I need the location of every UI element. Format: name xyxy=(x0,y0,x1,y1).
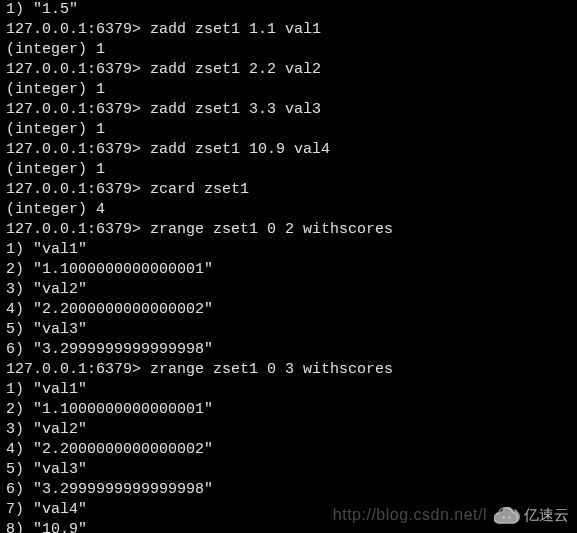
terminal-line: 127.0.0.1:6379> zrange zset1 0 2 withsco… xyxy=(6,220,571,240)
terminal-line: 5) "val3" xyxy=(6,320,571,340)
terminal-line: (integer) 4 xyxy=(6,200,571,220)
terminal-line: 6) "3.2999999999999998" xyxy=(6,480,571,500)
svg-point-0 xyxy=(503,516,505,518)
terminal-line: 1) "val1" xyxy=(6,380,571,400)
terminal-line: (integer) 1 xyxy=(6,80,571,100)
terminal-line: 127.0.0.1:6379> zadd zset1 2.2 val2 xyxy=(6,60,571,80)
terminal-line: 1) "1.5" xyxy=(6,0,571,20)
terminal-line: (integer) 1 xyxy=(6,160,571,180)
terminal-line: 3) "val2" xyxy=(6,420,571,440)
terminal-line: 1) "val1" xyxy=(6,240,571,260)
terminal-line: 6) "3.2999999999999998" xyxy=(6,340,571,360)
logo-wrapper: 亿速云 xyxy=(494,505,569,525)
watermark-text: http://blog.csdn.net/l xyxy=(333,505,487,525)
terminal-line: 127.0.0.1:6379> zadd zset1 1.1 val1 xyxy=(6,20,571,40)
svg-point-1 xyxy=(508,516,510,518)
terminal-line: 5) "val3" xyxy=(6,460,571,480)
terminal-line: 2) "1.1000000000000001" xyxy=(6,260,571,280)
cloud-icon xyxy=(494,506,520,524)
terminal-line: (integer) 1 xyxy=(6,120,571,140)
terminal-line: 4) "2.2000000000000002" xyxy=(6,440,571,460)
terminal-line: 127.0.0.1:6379> zadd zset1 3.3 val3 xyxy=(6,100,571,120)
terminal-line: 127.0.0.1:6379> zadd zset1 10.9 val4 xyxy=(6,140,571,160)
terminal-line: 2) "1.1000000000000001" xyxy=(6,400,571,420)
terminal-line: 3) "val2" xyxy=(6,280,571,300)
terminal-line: 127.0.0.1:6379> zrange zset1 0 3 withsco… xyxy=(6,360,571,380)
terminal-line: (integer) 1 xyxy=(6,40,571,60)
terminal-line: 4) "2.2000000000000002" xyxy=(6,300,571,320)
terminal-output: 1) "1.5"127.0.0.1:6379> zadd zset1 1.1 v… xyxy=(6,0,571,533)
terminal-line: 127.0.0.1:6379> zcard zset1 xyxy=(6,180,571,200)
logo-text: 亿速云 xyxy=(524,505,569,525)
